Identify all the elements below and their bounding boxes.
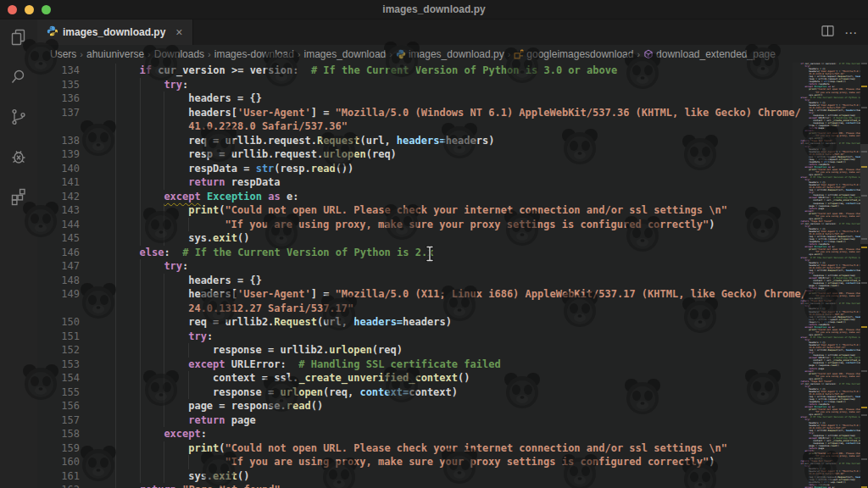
code-line[interactable]: 155response = urlopen(req, context=conte…: [37, 385, 793, 400]
code-line[interactable]: 147try:: [37, 259, 793, 274]
code-line[interactable]: 158except:: [37, 427, 793, 441]
line-number[interactable]: 159: [37, 441, 91, 456]
code-text: response = urlopen(req, context=context): [91, 385, 458, 400]
code-line[interactable]: 137headers['User-Agent'] = "Mozilla/5.0 …: [37, 106, 793, 120]
explorer-icon[interactable]: [8, 26, 30, 48]
code-line[interactable]: 24.0.1312.27 Safari/537.17": [37, 302, 793, 316]
line-number[interactable]: 136: [37, 92, 91, 106]
line-number[interactable]: 161: [37, 469, 91, 484]
method-symbol-icon: [643, 49, 654, 59]
code-line[interactable]: 152response = urllib2.urlopen(req): [37, 343, 793, 358]
code-line[interactable]: 139resp = urllib.request.urlopen(req): [37, 147, 793, 162]
minimap[interactable]: if cur_version >= version: # If the Curr…: [793, 63, 860, 488]
line-number[interactable]: 153: [37, 358, 91, 372]
line-number[interactable]: 147: [37, 259, 91, 274]
breadcrumb-item[interactable]: Downloads: [154, 48, 204, 60]
code-line[interactable]: 161sys.exit(): [37, 469, 793, 484]
zoom-window-button[interactable]: [42, 5, 51, 14]
code-text: print("Could not open URL. Please check …: [91, 441, 727, 456]
line-number[interactable]: 154: [37, 371, 91, 385]
line-number[interactable]: 139: [37, 147, 91, 162]
code-line[interactable]: 135try:: [37, 78, 793, 92]
code-line[interactable]: 144"If you are using proxy, make sure yo…: [37, 218, 793, 232]
breadcrumb-item[interactable]: images-download: [214, 48, 294, 60]
code-line[interactable]: 156page = response.read(): [37, 399, 793, 413]
line-number[interactable]: 140: [37, 162, 91, 176]
line-number[interactable]: 155: [37, 385, 91, 400]
breadcrumb-item[interactable]: images_download: [304, 48, 387, 60]
line-number[interactable]: 146: [37, 246, 91, 260]
run-debug-icon[interactable]: [8, 146, 30, 168]
breadcrumb-label: images_download.py: [409, 48, 504, 60]
minimize-window-button[interactable]: [25, 5, 34, 14]
close-window-button[interactable]: [8, 5, 17, 14]
breadcrumb-item[interactable]: download_extended_page: [643, 48, 776, 60]
code-editor[interactable]: 134if cur_version >= version: # If the C…: [37, 63, 868, 488]
line-number[interactable]: 142: [37, 190, 91, 204]
code-line[interactable]: 136headers = {}: [37, 92, 793, 106]
python-symbol-icon: [396, 49, 406, 59]
breadcrumb-item[interactable]: images_download.py: [396, 48, 504, 60]
line-number[interactable]: 148: [37, 274, 91, 288]
line-number[interactable]: 151: [37, 330, 91, 344]
code-line[interactable]: 134if cur_version >= version: # If the C…: [37, 64, 793, 78]
line-number[interactable]: 152: [37, 343, 91, 358]
line-number[interactable]: 157: [37, 413, 91, 428]
code-line[interactable]: 41.0.2228.0 Safari/537.36": [37, 119, 793, 134]
line-number[interactable]: 150: [37, 315, 91, 330]
ruler-mark: [861, 458, 867, 460]
line-number[interactable]: 141: [37, 175, 91, 190]
line-number[interactable]: [37, 302, 91, 316]
code-line[interactable]: 148headers = {}: [37, 274, 793, 288]
code-line[interactable]: 138req = urllib.request.Request(url, hea…: [37, 134, 793, 148]
breadcrumb-item[interactable]: Users: [50, 48, 76, 60]
code-text: except:: [91, 427, 207, 441]
code-line[interactable]: 149headers['User-Agent'] = "Mozilla/5.0 …: [37, 287, 793, 302]
source-control-icon[interactable]: [8, 106, 30, 128]
close-icon[interactable]: ×: [175, 26, 182, 38]
ruler-mark: [861, 370, 867, 372]
code-line[interactable]: 151try:: [37, 330, 793, 344]
line-number[interactable]: 149: [37, 287, 91, 302]
code-line[interactable]: 140respData = str(resp.read()): [37, 162, 793, 176]
line-number[interactable]: 143: [37, 203, 91, 218]
code-text: except Exception as e:: [91, 190, 298, 204]
code-line[interactable]: 157return page: [37, 413, 793, 428]
breadcrumb-item[interactable]: ahuiuniverse: [86, 48, 144, 60]
code-text: sys.exit(): [91, 469, 249, 484]
code-line[interactable]: 160"If you are using proxy, make sure yo…: [37, 455, 793, 469]
code-text: page = response.read(): [91, 399, 323, 413]
code-line[interactable]: 154context = ssl._create_unverified_cont…: [37, 371, 793, 385]
line-number[interactable]: 160: [37, 455, 91, 469]
ruler-mark: [861, 107, 867, 108]
line-number[interactable]: 138: [37, 134, 91, 148]
code-line[interactable]: 145sys.exit(): [37, 231, 793, 246]
tab-images-download-py[interactable]: images_download.py ×: [37, 19, 193, 45]
line-number[interactable]: 162: [37, 483, 91, 488]
code-line[interactable]: 146else: # If the Current Version of Pyt…: [37, 246, 793, 260]
activity-bar: [0, 19, 37, 488]
line-number[interactable]: 145: [37, 231, 91, 246]
code-line[interactable]: 150req = urllib2.Request(url, headers=he…: [37, 315, 793, 330]
code-line[interactable]: 159print("Could not open URL. Please che…: [37, 441, 793, 456]
code-line[interactable]: 162return "Page Not found": [37, 483, 793, 488]
scrollbar-thumb[interactable]: [860, 144, 868, 244]
line-number[interactable]: 144: [37, 218, 91, 232]
split-editor-icon[interactable]: [821, 25, 834, 40]
ruler-mark: [861, 414, 867, 416]
line-number[interactable]: 135: [37, 78, 91, 92]
extensions-icon[interactable]: [8, 186, 30, 208]
code-line[interactable]: 141return respData: [37, 175, 793, 190]
line-number[interactable]: [37, 119, 91, 134]
line-number[interactable]: 137: [37, 106, 91, 120]
search-icon[interactable]: [8, 66, 30, 88]
line-number[interactable]: 156: [37, 399, 91, 413]
line-number[interactable]: 158: [37, 427, 91, 441]
line-number[interactable]: 134: [37, 64, 91, 78]
code-line[interactable]: 143print("Could not open URL. Please che…: [37, 203, 793, 218]
editor-actions: ⋯: [821, 19, 868, 45]
more-actions-icon[interactable]: ⋯: [844, 26, 858, 39]
code-line[interactable]: 142except Exception as e:: [37, 190, 793, 204]
code-line[interactable]: 153except URLError: # Handling SSL certi…: [37, 358, 793, 372]
breadcrumb-item[interactable]: googleimagesdownload: [514, 48, 633, 60]
